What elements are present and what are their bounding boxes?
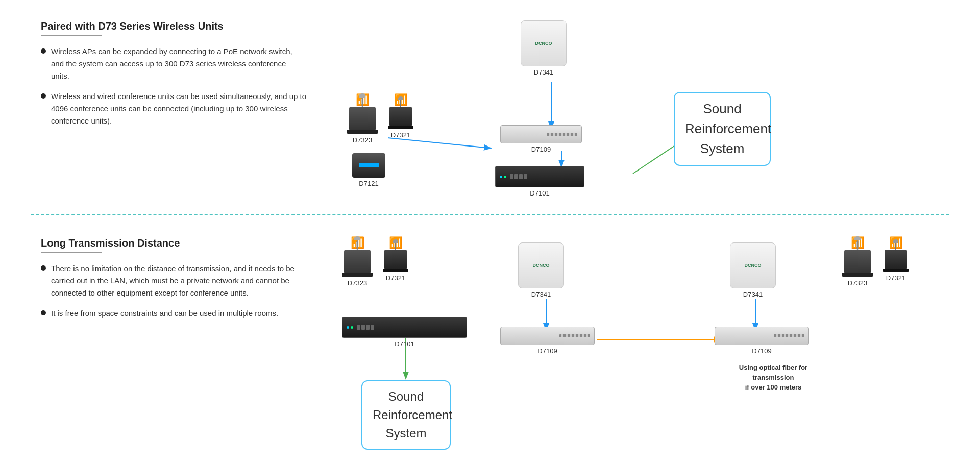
device-d7323-far-right: 📶 D7323: [842, 237, 873, 287]
label-d7323-top: D7323: [353, 136, 372, 144]
bullet-dot-2: [41, 93, 46, 99]
label-d7323-bot: D7323: [348, 279, 367, 287]
small-unit-d7321: [389, 107, 412, 126]
label-d7341-right: D7341: [743, 290, 763, 298]
small-unit-base-d7321: [388, 126, 413, 129]
label-d7109-right: D7109: [752, 347, 771, 355]
bottom-text-panel: Long Transmission Distance There is no l…: [41, 232, 306, 328]
label-d7341-center: D7341: [531, 290, 551, 298]
label-d7321-far: D7321: [886, 274, 905, 282]
port-4: [524, 174, 527, 179]
conf-unit-d7323: [349, 107, 376, 130]
label-d7321-top: D7321: [391, 131, 410, 139]
device-d7321-bot: 📶 D7321: [383, 237, 408, 282]
page: Paired with D73 Series Wireless Units Wi…: [0, 0, 980, 462]
conf-unit-d7323-bot: [344, 250, 371, 273]
device-d7109-right: D7109: [715, 327, 809, 355]
device-d7121-top: D7121: [352, 153, 385, 187]
port-bot-3: [366, 325, 370, 330]
port-3: [519, 174, 523, 179]
label-d7101-top: D7101: [530, 189, 549, 197]
top-bullet-2: Wireless and wired conference units can …: [41, 90, 306, 127]
label-d7109-top: D7109: [531, 145, 551, 153]
bullet-dot-3: [41, 265, 46, 271]
bottom-bullet-1: There is no limitation on the distance o…: [41, 262, 306, 299]
port-2: [514, 174, 518, 179]
port-bot-4: [371, 325, 374, 330]
controller-d7101-bot: [342, 317, 467, 338]
sound-box-bottom: SoundReinforcementSystem: [361, 380, 451, 450]
small-unit-base-d7321-far: [883, 269, 909, 272]
section-divider: [31, 214, 949, 215]
label-d7323-far: D7323: [848, 279, 867, 287]
sound-box-text-bottom: SoundReinforcementSystem: [373, 387, 439, 443]
device-d7323-top: 📶 D7323: [347, 94, 378, 144]
device-d7109-center: D7109: [500, 327, 595, 355]
switch-d7109-right: [715, 327, 809, 345]
device-d7101-bot: D7101: [342, 317, 467, 348]
sound-reinforcement-top: SoundReinforcementSystem: [674, 92, 771, 166]
sound-box-text-top: SoundReinforcementSystem: [685, 99, 760, 159]
sound-reinforcement-bottom: SoundReinforcementSystem: [361, 380, 451, 450]
led-2: [504, 176, 506, 178]
device-d7321-top: 📶 D7321: [388, 94, 413, 139]
ap-d7341-top: DCNCO: [521, 20, 567, 66]
conf-unit-base-d7323: [347, 130, 378, 134]
small-unit-d7321-far: [885, 250, 907, 269]
top-section: Paired with D73 Series Wireless Units Wi…: [0, 0, 980, 214]
small-unit-base-d7321-bot: [383, 269, 408, 272]
bottom-bullet-list: There is no limitation on the distance o…: [41, 262, 306, 320]
sound-box-top: SoundReinforcementSystem: [674, 92, 771, 166]
ports-bot: [357, 325, 374, 330]
label-d7341-top: D7341: [534, 68, 553, 76]
fiber-note: Using optical fiber for transmissionif o…: [720, 362, 827, 393]
device-d7101-top: D7101: [495, 166, 584, 197]
led-1: [500, 176, 502, 178]
top-diagram: 📶 D7323 📶 D7321 DCNCO D7341: [327, 15, 939, 214]
port-1: [510, 174, 513, 179]
ap-d7341-center: DCNCO: [518, 242, 564, 288]
ap-logo-right: DCNCO: [745, 263, 762, 268]
device-d7321-far-right: 📶 D7321: [883, 237, 909, 282]
top-title: Paired with D73 Series Wireless Units: [41, 20, 306, 32]
led-bot-2: [351, 326, 353, 329]
switch-d7109-center: [500, 327, 595, 345]
ports: [510, 174, 527, 179]
conf-unit-base-d7323-far: [842, 273, 873, 277]
ap-logo-top: DCNCO: [535, 41, 552, 46]
top-bullet-list: Wireless APs can be expanded by connecti…: [41, 45, 306, 127]
label-d7109-center: D7109: [537, 347, 557, 355]
conf-unit-d7323-far: [844, 250, 871, 273]
ap-d7341-right: DCNCO: [730, 242, 776, 288]
port-bot-1: [357, 325, 360, 330]
small-unit-d7321-bot: [384, 250, 407, 269]
top-bullet-1: Wireless APs can be expanded by connecti…: [41, 45, 306, 82]
top-title-underline: [41, 35, 102, 36]
device-d7341-center: DCNCO D7341: [518, 242, 564, 298]
label-d7101-bot: D7101: [395, 340, 414, 348]
device-d7341-top: DCNCO D7341: [521, 20, 567, 76]
bottom-title-underline: [41, 252, 102, 253]
ap-logo-center: DCNCO: [533, 263, 550, 268]
top-text-panel: Paired with D73 Series Wireless Units Wi…: [41, 15, 306, 135]
bullet-dot-1: [41, 48, 46, 54]
bottom-title: Long Transmission Distance: [41, 237, 306, 249]
bullet-dot-4: [41, 310, 46, 315]
device-d7341-right: DCNCO D7341: [730, 242, 776, 298]
port-bot-2: [361, 325, 365, 330]
device-d7109-top: D7109: [500, 125, 582, 153]
bottom-bullet-2: It is free from space constraints and ca…: [41, 307, 306, 320]
label-d7121-top: D7121: [359, 180, 378, 187]
top-arrows-svg: [327, 15, 939, 214]
conf-unit-base-d7323-bot: [342, 273, 373, 277]
bottom-diagram: 📶 D7323 📶 D7321: [327, 232, 939, 457]
device-d7323-bot: 📶 D7323: [342, 237, 373, 287]
led-bot-1: [347, 326, 349, 329]
bottom-section: Long Transmission Distance There is no l…: [0, 222, 980, 462]
svg-line-0: [388, 138, 490, 148]
switch-d7109-top: [500, 125, 582, 143]
controller-d7101-top: [495, 166, 584, 187]
label-d7321-bot: D7321: [386, 274, 405, 282]
